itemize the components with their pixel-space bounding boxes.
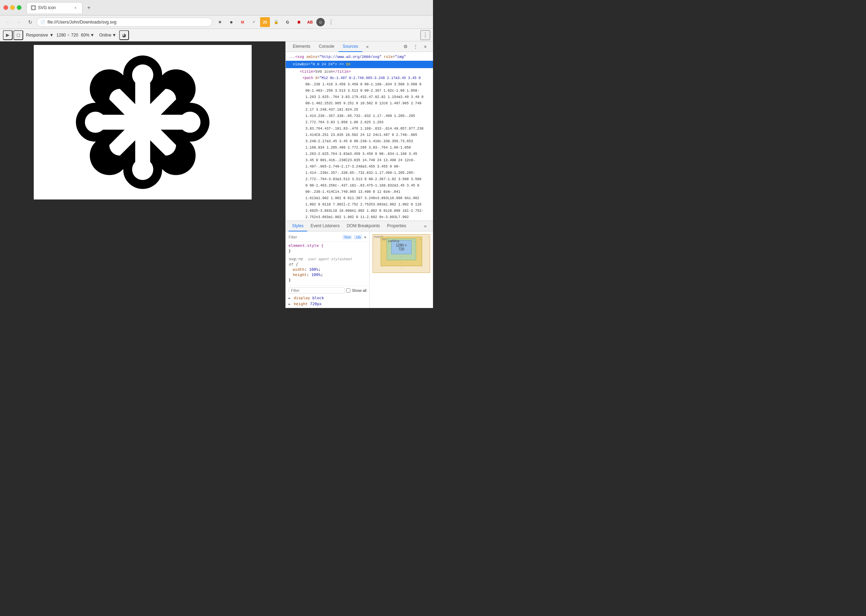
svg-preview-frame: SVG icon	[34, 45, 252, 200]
tab-styles[interactable]: Styles	[288, 221, 307, 231]
padding-dash: -	[414, 239, 415, 243]
tree-line-path7: 1.414.236-.357.338-.65.732-.832 1.17-.49…	[286, 113, 433, 119]
style-rule-element: element.style { }	[286, 242, 369, 255]
tree-line-path11: 3.248-2.17a3.45 3.45 0 00.238-1.416c.338…	[286, 138, 433, 145]
url-text: file:///Users/John/Downloads/svg.svg	[47, 20, 117, 25]
responsive-selector[interactable]: Responsive ▼	[24, 32, 56, 38]
html-tree: ...<svg xmlns="http://www.w3.org/2000/sv…	[286, 52, 433, 220]
gmail-icon[interactable]: M	[238, 17, 247, 27]
inspect-element-button[interactable]: ▶	[3, 30, 13, 40]
network-value: Online	[99, 33, 112, 38]
tab-favicon	[31, 5, 36, 10]
file-icon: 📄	[41, 20, 45, 24]
style-selector-element: element.style {	[288, 243, 367, 248]
bookmark-button[interactable]: ★	[215, 17, 225, 27]
style-selector-ua: svg:ro user agent stylesheet	[288, 256, 367, 262]
user-avatar[interactable]: ☺	[316, 18, 325, 26]
ext3-icon[interactable]: 🔒	[271, 17, 281, 27]
hover-filter-button[interactable]: :hov	[342, 234, 353, 239]
tree-line-path3: 00-1.463-.256 3.513 3.513 0 00-2.367 1.0…	[286, 88, 433, 94]
devtools-tabs-more[interactable]: »	[362, 42, 372, 52]
dimension-display: 1280 × 720	[57, 33, 79, 38]
height-property: ► height 720px	[286, 301, 369, 307]
dim-separator: ×	[67, 33, 69, 38]
tab-elements[interactable]: Elements	[288, 41, 315, 52]
devtools-settings-button[interactable]: ⚙	[401, 42, 411, 52]
bottom-panel: Styles Event Listeners DOM Breakpoints P…	[286, 220, 433, 308]
ext1-icon[interactable]: ✓	[249, 17, 259, 27]
box-model-border: border - padding - 1280 × 720 -	[381, 237, 422, 266]
tree-line-path9: 3.83.764.437-.181.83-.476 1.168-.832-.01…	[286, 126, 433, 132]
tree-line-path4: 1.263 2.625-.764 3.83.179.432.47.82.82 1…	[286, 94, 433, 101]
devtools-toolbar: ▶ ◻ Responsive ▼ 1280 × 720 60% ▼ Online…	[0, 29, 433, 41]
tree-line-path13: 1.263-2.625.764-3.83a3.459 3.459 0 00-.8…	[286, 151, 433, 157]
tree-line-path6: 2.17 3.248.437.181.924.25	[286, 107, 433, 113]
tree-line-path23: 2.752v3.893a1.902 1.902 0 11-2.692 0v-3.…	[286, 214, 433, 220]
ext6-icon[interactable]: AB	[305, 17, 315, 27]
reload-button[interactable]: ↻	[25, 17, 35, 27]
tree-line-path15: 1.497-.965-2.749-2.17-3.248a3.455 3.455 …	[286, 163, 433, 170]
devtools-tabs: Elements Console Sources » ⚙ ⋮ ×	[286, 41, 433, 52]
style-height-line: height: 100%;	[293, 272, 367, 277]
box-model-padding: padding - 1280 × 720 -	[387, 239, 416, 260]
styles-right: margin - border - padding - 1280 × 720	[370, 231, 433, 308]
show-all-checkbox[interactable]	[346, 288, 350, 292]
ext5-icon[interactable]: ◼	[294, 17, 304, 27]
style-close-ua: }	[288, 277, 367, 283]
add-style-button[interactable]: +	[364, 234, 367, 240]
tab-close-button[interactable]: ×	[73, 5, 78, 10]
profile-icon[interactable]: ●	[226, 17, 236, 27]
minimize-window-button[interactable]	[10, 5, 15, 10]
nav-icons: ★ ● M ✓ 25 🔒 G ◼ AB ☺ ⋮	[215, 17, 336, 27]
tab-properties[interactable]: Properties	[383, 221, 410, 231]
responsive-label: Responsive	[26, 33, 48, 38]
browser-viewport: SVG icon	[0, 41, 285, 308]
tree-line-title: <title>SVG icon</title>	[291, 68, 433, 75]
tree-line-path2: 00-.238 1.416 3.459 3.459 0 00-1.168-.83…	[286, 82, 433, 88]
browser-tab[interactable]: SVG icon ×	[26, 2, 83, 13]
tree-line-path19: 00-.238-1.414C14.749.965 13.498 0 12 0zm…	[286, 189, 433, 195]
margin-bottom-dash: -	[375, 267, 428, 270]
border-bottom-dash: -	[383, 261, 420, 264]
maximize-window-button[interactable]	[17, 5, 21, 10]
tree-line-path16: 1.414-.236c.357-.338.65-.732.832-1.17.49…	[286, 170, 433, 176]
bottom-tabs: Styles Event Listeners DOM Breakpoints P…	[286, 221, 433, 231]
expand-arrow-display[interactable]: ►	[288, 296, 291, 300]
devtools-more-options[interactable]: ⋮	[411, 42, 420, 52]
capture-screenshot-button[interactable]: ◕	[119, 30, 129, 40]
devtools-close-button[interactable]: ×	[420, 42, 430, 52]
ext2-icon[interactable]: 25	[260, 17, 270, 27]
svg-preview: SVG icon	[76, 55, 209, 189]
styles-filter-input[interactable]	[288, 235, 341, 239]
tree-line-path20: 1.613a1.902 1.902 0 011.387 3.246v3.893L…	[286, 195, 433, 201]
padding-label: padding	[388, 239, 399, 243]
menu-button[interactable]: ⋮	[326, 17, 336, 27]
network-throttle-selector[interactable]: Online ▼	[97, 32, 118, 38]
tab-event-listeners[interactable]: Event Listeners	[307, 221, 343, 231]
tree-line-path18: 0 00-1.463.256c-.437.181-.83.475-1.168.8…	[286, 182, 433, 189]
back-button[interactable]: ←	[3, 17, 13, 27]
tab-dom-breakpoints[interactable]: DOM Breakpoints	[343, 221, 383, 231]
close-window-button[interactable]	[3, 5, 8, 10]
ua-sheet-label: user agent stylesheet	[307, 257, 352, 261]
bottom-tabs-more[interactable]: »	[420, 221, 430, 231]
tree-line-path21: 1.902 0 0118 7.902l-2.752 2.752h3.893a1.…	[286, 201, 433, 208]
show-all-label: Show all	[352, 288, 367, 292]
ext4-icon[interactable]: G	[283, 17, 293, 27]
styles-left: :hov .cls + element.style { }	[286, 231, 370, 308]
content-dimensions: 1280 × 720	[396, 244, 407, 251]
address-bar[interactable]: 📄 file:///Users/John/Downloads/svg.svg	[36, 17, 212, 27]
device-toolbar-button[interactable]: ◻	[13, 30, 23, 40]
forward-button[interactable]: →	[14, 17, 24, 27]
new-tab-button[interactable]: +	[84, 3, 94, 13]
cls-filter-button[interactable]: .cls	[354, 234, 362, 239]
tab-bar: SVG icon × +	[26, 2, 430, 13]
expand-arrow-height[interactable]: ►	[288, 302, 291, 306]
tab-sources[interactable]: Sources	[339, 41, 362, 52]
devtools-more-button[interactable]: ⋮	[420, 30, 430, 40]
zoom-selector[interactable]: 60% ▼	[79, 32, 96, 38]
style-ot-line: ot {	[288, 262, 367, 267]
computed-filter-input[interactable]	[288, 287, 345, 294]
tab-console[interactable]: Console	[315, 41, 339, 52]
style-close-element: }	[288, 248, 367, 253]
